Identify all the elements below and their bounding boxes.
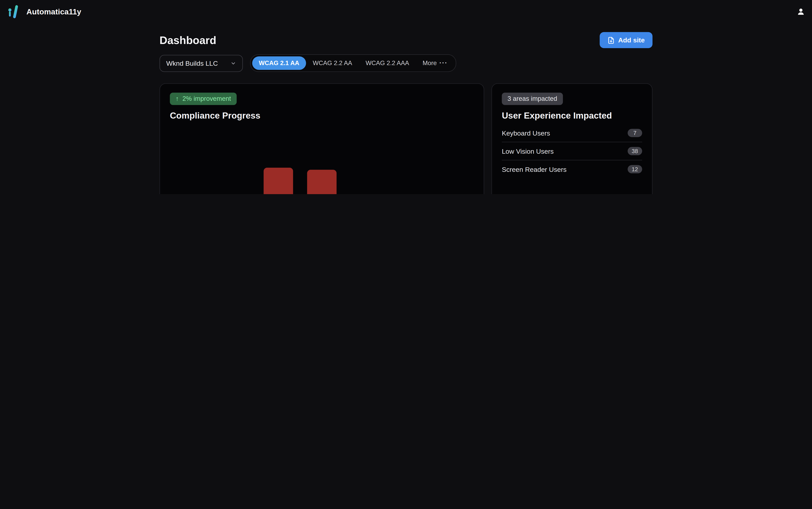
more-label: More xyxy=(423,57,437,70)
overview-cards: ↑ 2% improvement Compliance Progress 495… xyxy=(160,83,653,194)
file-plus-icon xyxy=(607,36,615,44)
arrow-up-icon: ↑ xyxy=(176,95,179,103)
tab-wcag-21-aa[interactable]: WCAG 2.1 AA xyxy=(252,57,306,70)
page-title: Dashboard xyxy=(160,34,216,46)
top-bar: Automatica11y xyxy=(0,0,812,23)
list-item: Low Vision Users 38 xyxy=(502,142,642,160)
filter-controls: Wknd Builds LLC WCAG 2.1 AA WCAG 2.2 AA … xyxy=(160,54,653,72)
compliance-chart: 49594958 06 Feb13 Feb20 Feb21 Feb28 Feb0… xyxy=(170,128,474,194)
site-selector-value: Wknd Builds LLC xyxy=(166,59,218,67)
impact-label: Low Vision Users xyxy=(502,147,554,155)
tab-wcag-22-aa[interactable]: WCAG 2.2 AA xyxy=(306,57,359,70)
chart-bar-slot: 4958 xyxy=(300,170,344,194)
count-badge: 12 xyxy=(628,165,642,173)
page-header: Dashboard Add site xyxy=(160,32,653,48)
app-viewport: Automatica11y Dashboard Add site xyxy=(0,0,812,194)
chart-bar: 4958 xyxy=(307,170,337,194)
chart-plot-area: 49594958 xyxy=(170,128,474,194)
chart-segment-errors: 49 xyxy=(263,168,293,194)
chevron-down-icon xyxy=(230,60,236,66)
add-site-button[interactable]: Add site xyxy=(599,32,652,48)
compliance-card-title: Compliance Progress xyxy=(170,111,474,121)
site-selector[interactable]: Wknd Builds LLC xyxy=(160,55,243,72)
improvement-badge-label: 2% improvement xyxy=(183,95,231,103)
brand-logo-icon xyxy=(7,4,21,19)
impact-label: Keyboard Users xyxy=(502,129,550,137)
chart-bar-slot: 4959 xyxy=(257,168,300,194)
user-avatar-icon[interactable] xyxy=(797,7,805,16)
list-item: Keyboard Users 7 xyxy=(502,124,642,142)
user-experience-card: 3 areas impacted User Experience Impacte… xyxy=(492,83,653,194)
count-badge: 38 xyxy=(628,147,642,155)
wcag-tab-group: WCAG 2.1 AA WCAG 2.2 AA WCAG 2.2 AAA Mor… xyxy=(250,54,456,72)
compliance-progress-card: ↑ 2% improvement Compliance Progress 495… xyxy=(160,83,484,194)
tab-more[interactable]: More ··· xyxy=(416,57,455,70)
impact-label: Screen Reader Users xyxy=(502,165,566,173)
brand-name: Automatica11y xyxy=(27,7,81,16)
list-item: Screen Reader Users 12 xyxy=(502,160,642,178)
areas-impacted-badge: 3 areas impacted xyxy=(502,93,563,105)
main-content: Dashboard Add site Wknd Builds LLC xyxy=(160,32,653,194)
improvement-badge: ↑ 2% improvement xyxy=(170,93,237,105)
chart-bar: 4959 xyxy=(263,168,293,194)
impact-list: Keyboard Users 7 Low Vision Users 38 Scr… xyxy=(502,124,642,178)
tab-wcag-22-aaa[interactable]: WCAG 2.2 AAA xyxy=(359,57,416,70)
impact-card-title: User Experience Impacted xyxy=(502,111,642,121)
count-badge: 7 xyxy=(628,129,642,137)
chart-segment-errors: 49 xyxy=(307,170,337,194)
add-site-label: Add site xyxy=(618,36,645,44)
ellipsis-icon: ··· xyxy=(439,57,448,70)
